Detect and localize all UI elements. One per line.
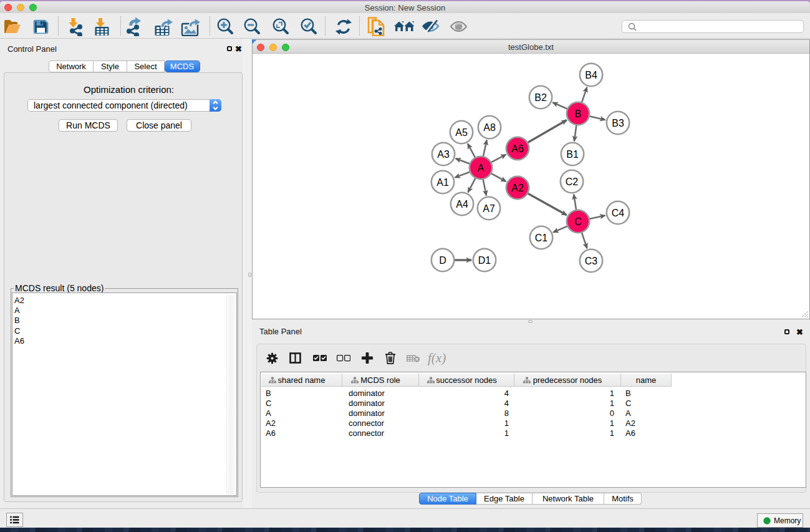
svg-text:A5: A5 [455, 127, 468, 138]
svg-text:C: C [574, 216, 582, 227]
svg-text:A: A [478, 163, 485, 173]
svg-text:A8: A8 [483, 122, 496, 133]
svg-text:C3: C3 [585, 256, 598, 266]
svg-text:D: D [439, 255, 446, 266]
svg-text:A1: A1 [436, 177, 449, 188]
svg-text:B1: B1 [566, 149, 579, 160]
svg-text:A3: A3 [437, 149, 450, 160]
svg-text:A6: A6 [511, 143, 524, 154]
svg-text:C4: C4 [612, 208, 625, 218]
svg-text:A2: A2 [511, 183, 524, 193]
svg-text:D1: D1 [478, 255, 491, 266]
svg-text:C2: C2 [566, 177, 579, 187]
svg-text:B3: B3 [612, 118, 624, 128]
svg-text:C1: C1 [535, 233, 548, 243]
svg-text:B2: B2 [534, 92, 547, 103]
svg-text:A7: A7 [483, 203, 495, 214]
svg-text:A4: A4 [456, 199, 468, 210]
svg-text:B4: B4 [585, 70, 597, 80]
svg-text:B: B [575, 109, 582, 119]
